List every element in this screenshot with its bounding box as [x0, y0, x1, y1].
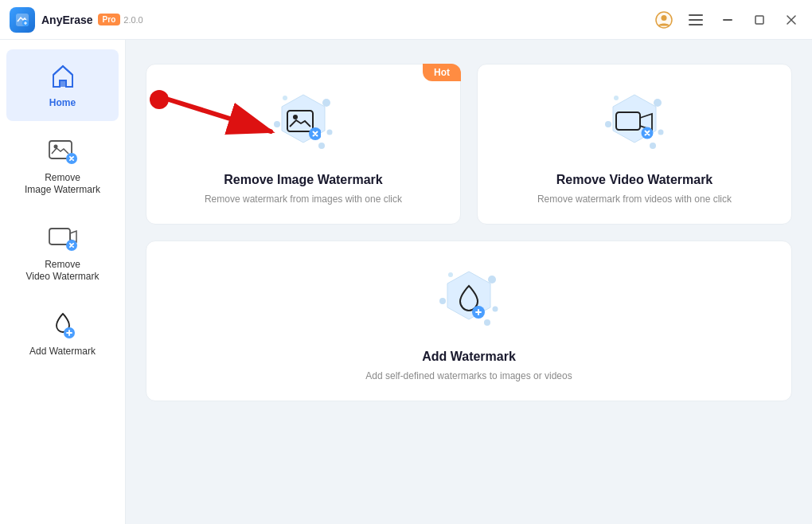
titlebar: AnyErase Pro 2.0.0 — [0, 0, 812, 40]
svg-point-35 — [439, 298, 446, 304]
svg-point-21 — [318, 143, 325, 149]
svg-point-18 — [274, 121, 280, 127]
app-version: 2.0.0 — [123, 15, 142, 25]
svg-point-26 — [654, 99, 662, 107]
svg-point-28 — [658, 130, 664, 135]
app-logo — [10, 7, 35, 33]
svg-rect-9 — [60, 80, 66, 87]
home-icon — [47, 61, 79, 92]
svg-rect-31 — [616, 112, 640, 130]
svg-rect-13 — [49, 229, 70, 244]
avatar-icon[interactable] — [653, 9, 675, 31]
svg-rect-22 — [287, 111, 313, 131]
svg-point-37 — [448, 272, 453, 277]
svg-point-38 — [484, 319, 490, 326]
svg-rect-8 — [755, 16, 763, 24]
svg-rect-5 — [689, 19, 703, 21]
sidebar-item-remove-image[interactable]: RemoveImage Watermark — [6, 124, 119, 208]
cards-grid: Hot — [146, 64, 792, 225]
remove-image-desc: Remove watermark from images with one cl… — [205, 194, 402, 205]
svg-point-34 — [488, 276, 496, 284]
menu-icon[interactable] — [685, 9, 707, 31]
sidebar: Home RemoveImage Watermark — [0, 40, 126, 524]
pro-badge: Pro — [98, 14, 121, 25]
minimize-button[interactable] — [716, 9, 739, 31]
remove-video-card-icon — [599, 88, 670, 160]
remove-video-card[interactable]: Remove Video Watermark Remove watermark … — [477, 64, 792, 225]
sidebar-item-add-watermark[interactable]: Add Watermark — [6, 298, 119, 370]
main-layout: Home RemoveImage Watermark — [0, 40, 812, 524]
add-watermark-desc: Add self-defined watermarks to images or… — [365, 370, 572, 381]
sidebar-add-watermark-label: Add Watermark — [29, 346, 96, 358]
remove-video-icon — [47, 222, 79, 254]
svg-rect-4 — [689, 14, 703, 16]
remove-video-desc: Remove watermark from videos with one cl… — [537, 194, 732, 205]
maximize-button[interactable] — [748, 9, 771, 31]
sidebar-item-home[interactable]: Home — [6, 49, 119, 121]
content-area: Hot — [126, 40, 812, 524]
hot-badge: Hot — [423, 64, 461, 81]
remove-image-card[interactable]: Hot — [146, 64, 461, 225]
app-name: AnyErase — [41, 14, 93, 26]
titlebar-controls — [653, 9, 802, 31]
add-watermark-card[interactable]: Add Watermark Add self-defined watermark… — [146, 240, 792, 401]
svg-point-20 — [283, 96, 287, 100]
sidebar-home-label: Home — [49, 97, 76, 110]
remove-image-title: Remove Image Watermark — [224, 173, 383, 187]
svg-point-36 — [493, 307, 498, 312]
close-button[interactable] — [780, 9, 802, 31]
svg-point-29 — [614, 96, 619, 100]
remove-image-card-icon — [267, 88, 339, 160]
svg-rect-6 — [689, 24, 703, 25]
add-watermark-card-icon — [433, 265, 505, 337]
svg-point-30 — [650, 143, 656, 149]
svg-rect-7 — [723, 19, 732, 21]
sidebar-remove-image-label: RemoveImage Watermark — [25, 172, 100, 197]
remove-video-title: Remove Video Watermark — [556, 173, 713, 187]
svg-point-17 — [322, 99, 330, 107]
svg-point-19 — [327, 130, 333, 135]
add-watermark-icon — [47, 309, 79, 341]
sidebar-remove-video-label: RemoveVideo Watermark — [25, 259, 99, 284]
svg-point-23 — [293, 115, 298, 119]
svg-point-3 — [662, 15, 667, 21]
sidebar-item-remove-video[interactable]: RemoveVideo Watermark — [6, 211, 119, 295]
remove-image-icon — [47, 135, 79, 167]
svg-point-27 — [605, 121, 611, 127]
add-watermark-title: Add Watermark — [422, 350, 516, 364]
svg-point-11 — [53, 144, 57, 148]
